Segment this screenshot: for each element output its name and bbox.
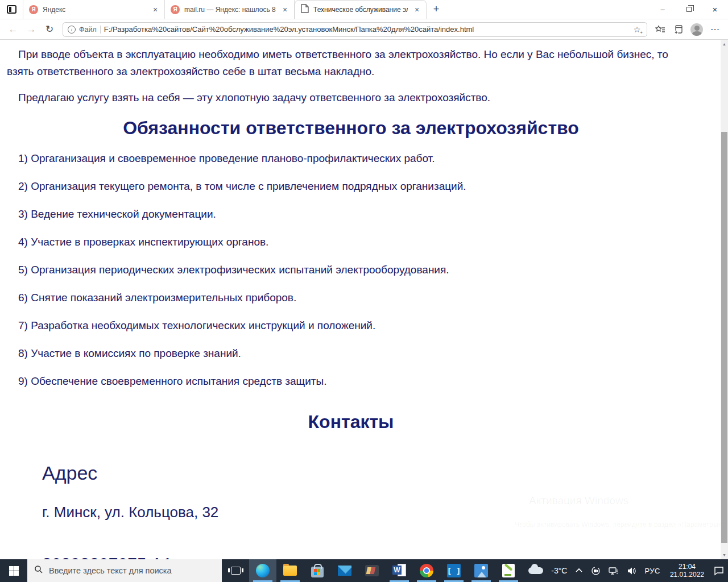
file-scheme-label: Файл bbox=[79, 26, 97, 34]
word-icon: W bbox=[392, 564, 406, 577]
duty-item: 7) Разработка необходимых технологически… bbox=[18, 319, 695, 332]
back-button[interactable]: ← bbox=[5, 21, 22, 38]
network-button[interactable] bbox=[605, 559, 623, 582]
window-minimize-button[interactable]: – bbox=[650, 0, 676, 19]
system-tray: -3°C РУС 21:04 21.01.2022 bbox=[524, 559, 728, 582]
chrome-icon bbox=[420, 564, 433, 577]
notepad-plus-plus-icon bbox=[502, 564, 515, 577]
mail-icon bbox=[338, 566, 351, 576]
duties-list: 1) Оргаганизация и своевременное проведе… bbox=[7, 152, 695, 388]
collections-button[interactable] bbox=[670, 21, 687, 38]
scrollbar-thumb[interactable] bbox=[721, 132, 727, 543]
photos-icon bbox=[474, 564, 488, 577]
task-view-icon bbox=[231, 567, 241, 575]
tab-title: Яндекс bbox=[43, 6, 146, 14]
brackets-icon: [ ] bbox=[447, 564, 461, 577]
browser-tabstrip: Я Яндекс × Я mail.ru — Яндекс: нашлось 8… bbox=[0, 0, 728, 19]
add-favorite-icon[interactable]: ☆ bbox=[632, 25, 642, 34]
file-explorer-icon bbox=[283, 566, 297, 576]
action-center-button[interactable] bbox=[710, 559, 728, 582]
duty-item: 6) Снятие показаний электроизмерительных… bbox=[18, 292, 695, 304]
edge-icon bbox=[256, 564, 270, 577]
window-close-button[interactable]: × bbox=[702, 0, 728, 19]
tab-close-icon[interactable]: × bbox=[151, 5, 160, 14]
window-controls: – × bbox=[650, 0, 728, 19]
browser-tab-yandex[interactable]: Я Яндекс × bbox=[23, 0, 165, 19]
windows-activation-watermark-sub: Чтобы активировать Windows, перейдите в … bbox=[515, 521, 723, 529]
page-scrollbar[interactable]: ▲ ▼ bbox=[721, 40, 728, 559]
taskbar-chrome-button[interactable] bbox=[413, 559, 440, 582]
tray-overflow-button[interactable] bbox=[571, 559, 587, 582]
duty-item: 1) Оргаганизация и своевременное проведе… bbox=[18, 152, 695, 165]
yandex-favicon-icon: Я bbox=[29, 5, 38, 14]
url-text[interactable]: F:/Разработка%20сайтов/Сайт%20обслуживан… bbox=[104, 25, 628, 34]
browser-toolbar: ← → ↻ i Файл F:/Разработка%20сайтов/Сайт… bbox=[0, 19, 728, 40]
address-separator bbox=[100, 26, 101, 34]
weather-widget[interactable] bbox=[524, 559, 547, 582]
offer-paragraph: Предлагаю услугу взять на себя — эту хло… bbox=[7, 89, 695, 106]
language-indicator[interactable]: РУС bbox=[640, 559, 664, 582]
page-info-icon[interactable]: i bbox=[68, 26, 76, 34]
temperature-label[interactable]: -3°C bbox=[547, 559, 571, 582]
tab-close-icon[interactable]: × bbox=[412, 5, 421, 14]
taskbar-photos-button[interactable] bbox=[468, 559, 495, 582]
windows-taskbar: Введите здесь текст для поиска W [ ] -3°… bbox=[0, 559, 728, 582]
search-icon bbox=[34, 565, 43, 576]
duties-heading: Обязанности ответственного за электрохоз… bbox=[7, 118, 695, 139]
cloud-icon bbox=[528, 567, 543, 574]
taskbar-file-explorer-button[interactable] bbox=[276, 559, 304, 582]
task-view-button[interactable] bbox=[222, 559, 249, 582]
date-label: 21.01.2022 bbox=[670, 571, 704, 579]
tab-actions-icon bbox=[7, 5, 16, 14]
graphics-app-icon bbox=[365, 565, 379, 576]
duty-item: 4) Участие в проверках инспектирующих ор… bbox=[18, 236, 695, 248]
taskbar-word-button[interactable]: W bbox=[386, 559, 413, 582]
duty-item: 9) Обеспечение своевременного испытания … bbox=[18, 375, 695, 388]
forward-button[interactable]: → bbox=[23, 21, 40, 38]
taskbar-mail-button[interactable] bbox=[331, 559, 358, 582]
contact-block: Адрес г. Минск, ул. Кольцова, 32 8029320… bbox=[42, 462, 695, 559]
taskbar-edge-button[interactable] bbox=[249, 559, 276, 582]
time-label: 21:04 bbox=[670, 563, 704, 571]
browser-tab-active[interactable]: Техническое обслуживание эл × bbox=[295, 0, 427, 19]
favorites-button[interactable] bbox=[652, 21, 669, 38]
profile-avatar[interactable] bbox=[688, 21, 705, 38]
web-page-content: При вводе объекта в эксплуатацию необход… bbox=[0, 40, 728, 559]
meet-now-button[interactable] bbox=[587, 559, 605, 582]
window-restore-button[interactable] bbox=[676, 0, 702, 19]
duty-item: 3) Ведение технической документации. bbox=[18, 208, 695, 221]
tab-title: Техническое обслуживание эл bbox=[313, 6, 408, 14]
refresh-button[interactable]: ↻ bbox=[41, 21, 58, 38]
duty-item: 8) Участие в комиссиях по проверке знани… bbox=[18, 347, 695, 360]
phone-link[interactable]: 80293207075 А1 bbox=[42, 554, 172, 559]
microsoft-store-icon bbox=[311, 567, 324, 577]
tab-actions-menu-button[interactable] bbox=[0, 0, 23, 19]
tab-close-icon[interactable]: × bbox=[280, 5, 289, 14]
windows-logo-icon bbox=[9, 566, 19, 576]
document-favicon-icon bbox=[301, 4, 309, 15]
avatar-icon bbox=[690, 23, 703, 36]
new-tab-button[interactable]: + bbox=[427, 0, 446, 19]
taskbar-search-input[interactable]: Введите здесь текст для поиска bbox=[27, 559, 222, 582]
windows-activation-watermark: Активация Windows bbox=[529, 494, 628, 507]
address-bar[interactable]: i Файл F:/Разработка%20сайтов/Сайт%20обс… bbox=[63, 22, 647, 37]
start-button[interactable] bbox=[0, 559, 27, 582]
scroll-up-icon[interactable]: ▲ bbox=[721, 40, 728, 48]
tab-title: mail.ru — Яндекс: нашлось 88 м bbox=[184, 6, 276, 14]
duty-item: 5) Организация периодических электрофизи… bbox=[18, 264, 695, 276]
browser-tab-mailru[interactable]: Я mail.ru — Яндекс: нашлось 88 м × bbox=[165, 0, 295, 19]
address-heading: Адрес bbox=[42, 462, 695, 484]
yandex-favicon-icon: Я bbox=[171, 5, 180, 14]
taskbar-graphics-app-button[interactable] bbox=[358, 559, 386, 582]
clock[interactable]: 21:04 21.01.2022 bbox=[664, 559, 710, 582]
duty-item: 2) Организация текущего ремонта, в том ч… bbox=[18, 180, 695, 193]
scroll-down-icon[interactable]: ▼ bbox=[721, 551, 728, 559]
settings-menu-button[interactable]: ⋯ bbox=[706, 21, 723, 38]
volume-button[interactable] bbox=[623, 559, 640, 582]
taskbar-store-button[interactable] bbox=[304, 559, 331, 582]
contacts-heading: Контакты bbox=[7, 411, 695, 433]
taskbar-notepadpp-button[interactable] bbox=[495, 559, 522, 582]
taskbar-brackets-button[interactable]: [ ] bbox=[440, 559, 468, 582]
restore-icon bbox=[686, 7, 692, 12]
search-placeholder: Введите здесь текст для поиска bbox=[49, 566, 172, 575]
